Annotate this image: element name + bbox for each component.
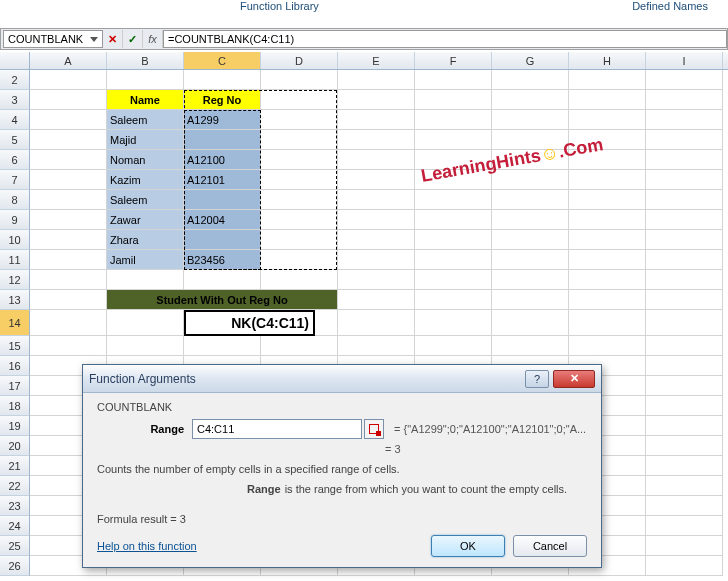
cell-G10[interactable] — [492, 230, 569, 250]
cell-H8[interactable] — [569, 190, 646, 210]
row-23[interactable]: 23 — [0, 496, 30, 516]
cell-B5[interactable]: Majid — [107, 130, 184, 150]
col-B[interactable]: B — [107, 52, 184, 69]
row-18[interactable]: 18 — [0, 396, 30, 416]
cell-B9[interactable]: Zawar — [107, 210, 184, 230]
cell-E9[interactable] — [338, 210, 415, 230]
row-15[interactable]: 15 — [0, 336, 30, 356]
cell-F12[interactable] — [415, 270, 492, 290]
cell-I15[interactable] — [646, 336, 723, 356]
cell-F14[interactable] — [415, 310, 492, 336]
dialog-help-button[interactable]: ? — [525, 370, 549, 388]
cell-A9[interactable] — [30, 210, 107, 230]
cell-D11[interactable] — [261, 250, 338, 270]
cell-A12[interactable] — [30, 270, 107, 290]
cell-H15[interactable] — [569, 336, 646, 356]
cell-C12[interactable] — [184, 270, 261, 290]
cell-B11[interactable]: Jamil — [107, 250, 184, 270]
cell-A8[interactable] — [30, 190, 107, 210]
cell-I6[interactable] — [646, 150, 723, 170]
dialog-close-button[interactable]: ✕ — [553, 370, 595, 388]
cell-B14[interactable] — [107, 310, 184, 336]
cell-I24[interactable] — [646, 516, 723, 536]
cell-I16[interactable] — [646, 356, 723, 376]
cell-E10[interactable] — [338, 230, 415, 250]
cell-H7[interactable] — [569, 170, 646, 190]
cell-G4[interactable] — [492, 110, 569, 130]
col-H[interactable]: H — [569, 52, 646, 69]
cell-B15[interactable] — [107, 336, 184, 356]
cell-I8[interactable] — [646, 190, 723, 210]
row-12[interactable]: 12 — [0, 270, 30, 290]
cell-D6[interactable] — [261, 150, 338, 170]
cell-F8[interactable] — [415, 190, 492, 210]
cell-I12[interactable] — [646, 270, 723, 290]
cell-C11[interactable]: B23456 — [184, 250, 261, 270]
row-3[interactable]: 3 — [0, 90, 30, 110]
cell-E6[interactable] — [338, 150, 415, 170]
cell-E4[interactable] — [338, 110, 415, 130]
row-7[interactable]: 7 — [0, 170, 30, 190]
cell-H14[interactable] — [569, 310, 646, 336]
col-E[interactable]: E — [338, 52, 415, 69]
cell-I9[interactable] — [646, 210, 723, 230]
row-8[interactable]: 8 — [0, 190, 30, 210]
select-all-corner[interactable] — [0, 52, 30, 69]
cell-E12[interactable] — [338, 270, 415, 290]
cell-B2[interactable] — [107, 70, 184, 90]
cell-A2[interactable] — [30, 70, 107, 90]
cell-D10[interactable] — [261, 230, 338, 250]
cell-B7[interactable]: Kazim — [107, 170, 184, 190]
cell-I22[interactable] — [646, 476, 723, 496]
row-21[interactable]: 21 — [0, 456, 30, 476]
collapse-dialog-button[interactable] — [364, 419, 384, 439]
cell-H4[interactable] — [569, 110, 646, 130]
cell-I25[interactable] — [646, 536, 723, 556]
row-11[interactable]: 11 — [0, 250, 30, 270]
cell-I2[interactable] — [646, 70, 723, 90]
cell-A4[interactable] — [30, 110, 107, 130]
cell-E8[interactable] — [338, 190, 415, 210]
cell-I19[interactable] — [646, 416, 723, 436]
cell-D2[interactable] — [261, 70, 338, 90]
cell-B12[interactable] — [107, 270, 184, 290]
cell-F2[interactable] — [415, 70, 492, 90]
cell-I7[interactable] — [646, 170, 723, 190]
col-I[interactable]: I — [646, 52, 723, 69]
cell-F5[interactable] — [415, 130, 492, 150]
cell-G12[interactable] — [492, 270, 569, 290]
cancel-formula-button[interactable]: ✕ — [103, 30, 123, 48]
col-F[interactable]: F — [415, 52, 492, 69]
cell-F13[interactable] — [415, 290, 492, 310]
row-24[interactable]: 24 — [0, 516, 30, 536]
cell-D14b[interactable] — [315, 310, 338, 336]
cell-G9[interactable] — [492, 210, 569, 230]
cell-F11[interactable] — [415, 250, 492, 270]
cell-I23[interactable] — [646, 496, 723, 516]
cell-C5[interactable] — [184, 130, 261, 150]
cell-H9[interactable] — [569, 210, 646, 230]
cell-A3[interactable] — [30, 90, 107, 110]
row-17[interactable]: 17 — [0, 376, 30, 396]
cell-H13[interactable] — [569, 290, 646, 310]
cell-I26[interactable] — [646, 556, 723, 576]
cell-B4[interactable]: Saleem — [107, 110, 184, 130]
merged-title[interactable]: Student With Out Reg No — [107, 290, 338, 310]
cell-E2[interactable] — [338, 70, 415, 90]
cell-E13[interactable] — [338, 290, 415, 310]
cell-G13[interactable] — [492, 290, 569, 310]
cell-A15[interactable] — [30, 336, 107, 356]
row-5[interactable]: 5 — [0, 130, 30, 150]
cell-D5[interactable] — [261, 130, 338, 150]
cancel-button[interactable]: Cancel — [513, 535, 587, 557]
cell-D3[interactable] — [261, 90, 338, 110]
cell-D4[interactable] — [261, 110, 338, 130]
cell-G2[interactable] — [492, 70, 569, 90]
cell-I5[interactable] — [646, 130, 723, 150]
cell-C8[interactable] — [184, 190, 261, 210]
header-regno[interactable]: Reg No — [184, 90, 261, 110]
cell-C9[interactable]: A12004 — [184, 210, 261, 230]
cell-C7[interactable]: A12101 — [184, 170, 261, 190]
range-input[interactable] — [192, 419, 362, 439]
row-25[interactable]: 25 — [0, 536, 30, 556]
